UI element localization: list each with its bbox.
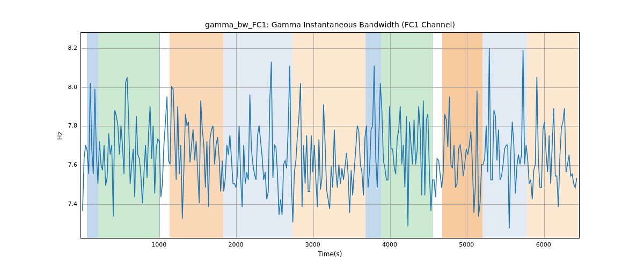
x-tick: 1000	[151, 241, 166, 248]
y-tick: 7.8	[63, 122, 77, 129]
y-axis-label: Hz	[56, 131, 64, 139]
x-axis-label: Time(s)	[80, 250, 580, 258]
y-tick: 7.4	[63, 200, 77, 207]
x-tick: 6000	[536, 241, 551, 248]
y-tick: 8.2	[63, 44, 77, 51]
x-tick: 2000	[228, 241, 243, 248]
data-line	[81, 33, 579, 238]
figure: gamma_bw_FC1: Gamma Instantaneous Bandwi…	[0, 0, 644, 268]
x-tick: 4000	[382, 241, 397, 248]
y-tick: 7.6	[63, 161, 77, 168]
plot-area	[80, 32, 580, 239]
series-line	[83, 48, 577, 228]
y-tick: 8.0	[63, 83, 77, 90]
x-tick: 5000	[459, 241, 474, 248]
x-tick: 3000	[305, 241, 320, 248]
chart-title: gamma_bw_FC1: Gamma Instantaneous Bandwi…	[80, 20, 580, 29]
